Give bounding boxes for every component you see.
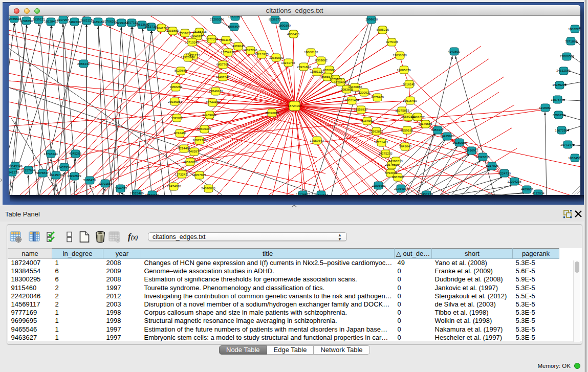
svg-text:22330030: 22330030 — [269, 56, 284, 59]
svg-text:6217026: 6217026 — [486, 164, 499, 167]
svg-text:10057945: 10057945 — [192, 173, 206, 177]
svg-text:9958289: 9958289 — [170, 85, 183, 89]
svg-text:8224730: 8224730 — [498, 171, 511, 175]
svg-text:4389045: 4389045 — [232, 44, 245, 48]
svg-text:10323815: 10323815 — [475, 155, 490, 159]
svg-text:11558837: 11558837 — [354, 107, 368, 111]
svg-text:20031404: 20031404 — [345, 98, 359, 102]
svg-text:19688132: 19688132 — [304, 50, 318, 54]
svg-text:8806804: 8806804 — [228, 25, 241, 28]
svg-text:17956909: 17956909 — [228, 16, 242, 18]
svg-text:6357277: 6357277 — [431, 128, 444, 132]
svg-text:9983893: 9983893 — [341, 87, 354, 91]
svg-text:4245263: 4245263 — [69, 151, 82, 155]
svg-text:9887903: 9887903 — [392, 175, 405, 179]
svg-text:17559643: 17559643 — [310, 139, 324, 142]
svg-text:5682115: 5682115 — [80, 18, 93, 22]
svg-text:14401657: 14401657 — [410, 115, 425, 119]
svg-text:18096865: 18096865 — [265, 111, 279, 115]
svg-text:1839221: 1839221 — [33, 17, 46, 21]
svg-text:15375853: 15375853 — [395, 108, 409, 112]
svg-text:1218062: 1218062 — [539, 106, 552, 110]
svg-text:19832259: 19832259 — [568, 27, 580, 31]
svg-text:8079409: 8079409 — [372, 95, 384, 99]
svg-text:3395870: 3395870 — [171, 116, 184, 120]
svg-text:4735650: 4735650 — [20, 19, 33, 23]
svg-text:13146585: 13146585 — [418, 122, 432, 125]
svg-text:8396759: 8396759 — [553, 113, 565, 117]
svg-text:8029889: 8029889 — [175, 69, 187, 72]
svg-text:12294238: 12294238 — [507, 180, 521, 183]
svg-text:18922760: 18922760 — [192, 138, 207, 142]
svg-text:20772475: 20772475 — [560, 143, 575, 146]
svg-text:8369062: 8369062 — [315, 58, 328, 62]
svg-text:12920906: 12920906 — [181, 55, 195, 59]
svg-text:1999828: 1999828 — [365, 17, 378, 21]
svg-text:21200396: 21200396 — [210, 17, 224, 21]
svg-text:17751421: 17751421 — [374, 140, 388, 144]
svg-text:8336273: 8336273 — [269, 17, 281, 21]
svg-text:2537611: 2537611 — [179, 31, 191, 35]
svg-text:18724007: 18724007 — [288, 104, 302, 107]
svg-text:24425670: 24425670 — [440, 134, 454, 138]
svg-text:5685216: 5685216 — [377, 28, 389, 31]
svg-text:6457765: 6457765 — [216, 62, 229, 66]
svg-text:21754078: 21754078 — [394, 187, 408, 190]
svg-text:3333883: 3333883 — [166, 29, 179, 32]
svg-text:4050413: 4050413 — [287, 32, 300, 36]
svg-text:10327246: 10327246 — [243, 48, 257, 52]
svg-text:8646997: 8646997 — [191, 34, 204, 38]
svg-text:21439044: 21439044 — [202, 113, 216, 117]
svg-text:16396513: 16396513 — [388, 159, 403, 163]
svg-text:22474828: 22474828 — [167, 184, 181, 188]
svg-text:8134562: 8134562 — [361, 119, 374, 122]
svg-text:5641643: 5641643 — [399, 144, 412, 148]
svg-text:22992872: 22992872 — [369, 129, 383, 133]
svg-text:13748244: 13748244 — [43, 152, 58, 156]
svg-text:19285201: 19285201 — [552, 83, 567, 86]
svg-text:3220921: 3220921 — [358, 91, 371, 94]
svg-text:8489709: 8489709 — [69, 20, 81, 24]
svg-text:14275203: 14275203 — [378, 151, 393, 155]
svg-text:16415740: 16415740 — [49, 173, 63, 177]
svg-text:15180586: 15180586 — [452, 141, 467, 144]
svg-text:4429607: 4429607 — [521, 187, 534, 191]
svg-text:18992829: 18992829 — [67, 174, 81, 178]
svg-text:16213925: 16213925 — [254, 52, 269, 56]
svg-text:10334531: 10334531 — [568, 156, 580, 160]
svg-text:13241736: 13241736 — [281, 61, 295, 64]
svg-text:13754919: 13754919 — [221, 50, 235, 54]
svg-text:24090883: 24090883 — [201, 186, 215, 190]
svg-text:1890399: 1890399 — [278, 24, 291, 27]
svg-text:5188470: 5188470 — [83, 178, 96, 182]
svg-text:2876966: 2876966 — [323, 68, 336, 72]
svg-text:12416912: 12416912 — [464, 148, 478, 152]
svg-text:23188315: 23188315 — [192, 30, 207, 33]
svg-text:23487347: 23487347 — [215, 75, 230, 79]
svg-text:3677374: 3677374 — [206, 37, 219, 41]
svg-text:7671884: 7671884 — [565, 39, 578, 43]
svg-text:4112034: 4112034 — [532, 191, 545, 195]
svg-text:22093651: 22093651 — [372, 184, 386, 187]
svg-text:13045349: 13045349 — [9, 164, 23, 168]
svg-text:4143890: 4143890 — [448, 50, 461, 53]
svg-text:2066449: 2066449 — [77, 62, 90, 65]
svg-text:22744459: 22744459 — [206, 100, 220, 104]
svg-text:20615450: 20615450 — [403, 99, 417, 102]
svg-text:8811165: 8811165 — [220, 38, 232, 41]
svg-text:19085076: 19085076 — [397, 68, 411, 72]
svg-text:22806503: 22806503 — [560, 54, 574, 58]
svg-text:22455603: 22455603 — [9, 17, 21, 20]
svg-text:2457954: 2457954 — [58, 165, 71, 169]
svg-text:16510878: 16510878 — [183, 160, 198, 164]
svg-text:24532561: 24532561 — [556, 69, 571, 72]
svg-text:9816145: 9816145 — [403, 82, 416, 86]
svg-text:8359183: 8359183 — [401, 128, 413, 132]
svg-text:22570529: 22570529 — [385, 163, 399, 166]
svg-text:12541238: 12541238 — [9, 170, 19, 174]
svg-text:13701506: 13701506 — [98, 182, 113, 185]
svg-text:19836388: 19836388 — [393, 53, 407, 57]
svg-text:22306335: 22306335 — [197, 127, 211, 130]
svg-text:21257684: 21257684 — [21, 168, 35, 172]
svg-text:15076749: 15076749 — [551, 98, 565, 101]
